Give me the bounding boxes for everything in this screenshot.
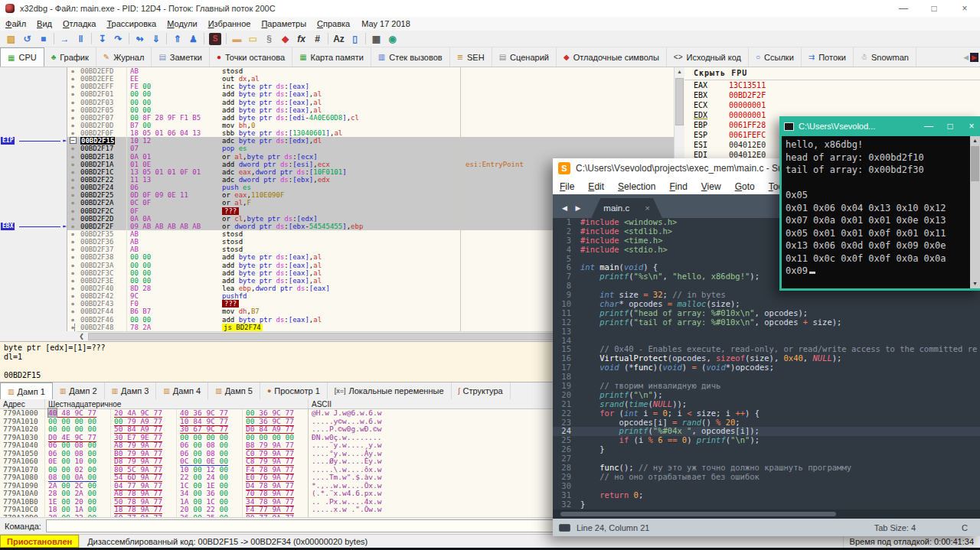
- breakpoint-cell[interactable]: ●: [67, 106, 78, 114]
- tab-graph[interactable]: ♣График: [44, 47, 96, 67]
- toolbar-step-over-icon[interactable]: ↷: [110, 34, 126, 44]
- register-row-ebx[interactable]: EBX00BD2F2F: [684, 90, 980, 100]
- asm-row[interactable]: ●00BD2F0F18 05 01 06 04 13sbb byte ptr d…: [0, 129, 674, 137]
- breakpoint-dot-icon[interactable]: ●: [71, 68, 74, 73]
- breakpoint-dot-icon[interactable]: ●: [71, 192, 74, 197]
- console-close-button[interactable]: ×: [961, 121, 980, 132]
- console-scroll-thumb[interactable]: [971, 146, 979, 181]
- breakpoint-dot-icon[interactable]: ●: [71, 208, 74, 213]
- breakpoint-cell[interactable]: ●: [67, 207, 78, 215]
- tabs-prev-icon[interactable]: ◀: [963, 54, 969, 61]
- asm-row[interactable]: ●00BD2F0300 00add byte ptr ds:[eax],al: [0, 99, 674, 106]
- breakpoint-dot-icon[interactable]: ●: [71, 200, 74, 205]
- breakpoint-dot-icon[interactable]: ●: [71, 254, 74, 259]
- tab-memory-map[interactable]: ▦Карта памяти: [292, 47, 371, 67]
- dump-tab-dump-4[interactable]: ▥Дамп 4: [156, 382, 208, 399]
- breakpoint-cell[interactable]: ●: [67, 223, 78, 230]
- sublime-menu-File[interactable]: File: [553, 181, 581, 192]
- toolbar-pause-icon[interactable]: ‖: [73, 34, 89, 44]
- breakpoint-dot-icon[interactable]: ●: [71, 130, 74, 135]
- breakpoint-cell[interactable]: −: [67, 137, 78, 145]
- menu-item-Параметры[interactable]: Параметры: [256, 18, 312, 29]
- tab-script[interactable]: ▤Сценарий: [492, 47, 557, 67]
- toolbar-patches-icon[interactable]: ▬: [229, 34, 245, 44]
- tab-close-icon[interactable]: ×: [645, 203, 650, 213]
- toolbar-step-into-icon[interactable]: ↧: [94, 34, 110, 44]
- toolbar-preferences-az-icon[interactable]: Az: [331, 34, 347, 44]
- breakpoint-cell[interactable]: ●: [67, 153, 78, 161]
- scroll-up-icon[interactable]: ▲: [675, 67, 684, 76]
- toolbar-attach-icon[interactable]: §: [261, 34, 277, 44]
- menu-item-Избранное[interactable]: Избранное: [203, 18, 256, 29]
- asm-row[interactable]: ●00BD2F0500 00add byte ptr ds:[eax],al: [0, 106, 674, 114]
- code-line[interactable]: 29 // но оно отрабатывает без ошибок: [553, 473, 980, 482]
- breakpoint-cell[interactable]: ●: [67, 230, 78, 238]
- breakpoint-cell[interactable]: ●: [67, 292, 78, 300]
- sublime-menu-Edit[interactable]: Edit: [581, 181, 611, 192]
- breakpoint-cell[interactable]: ●: [67, 75, 78, 83]
- console-scroll-up-icon[interactable]: ▲: [970, 136, 980, 145]
- toolbar-stop-icon[interactable]: ■: [35, 34, 51, 44]
- menu-item-Справка[interactable]: Справка: [312, 18, 355, 29]
- toolbar-favourites-icon[interactable]: ◆: [277, 34, 293, 44]
- breakpoint-dot-icon[interactable]: ●: [71, 216, 74, 221]
- breakpoint-dot-icon[interactable]: ●: [71, 169, 74, 174]
- breakpoint-dot-icon[interactable]: ●: [71, 154, 74, 159]
- dump-tab-dump-5[interactable]: ▥Дамп 5: [208, 382, 260, 399]
- tab-call-stack[interactable]: ▥Стек вызовов: [371, 47, 450, 67]
- breakpoint-cell[interactable]: ●: [67, 122, 78, 129]
- toolbar-restart-icon[interactable]: ↺: [19, 34, 35, 44]
- breakpoint-cell[interactable]: ●: [67, 114, 78, 122]
- toolbar-calculator-fx-icon[interactable]: fx: [293, 34, 309, 44]
- asm-row[interactable]: ●00BD2EFEEEout dx,al: [0, 75, 674, 83]
- breakpoint-dot-icon[interactable]: ●: [71, 76, 74, 81]
- console-scrollbar[interactable]: ▲ ▼: [970, 136, 980, 288]
- console-scroll-down-icon[interactable]: ▼: [970, 279, 980, 288]
- toolbar-calculator-icon[interactable]: ▦: [368, 34, 384, 44]
- tab-seh[interactable]: ≣SEH: [450, 47, 492, 67]
- toolbar-run-to-user-code-icon[interactable]: ♟: [185, 34, 201, 44]
- asm-row[interactable]: ●00BD2F1707pop es: [0, 145, 674, 152]
- toolbar-comments-icon[interactable]: ▭: [245, 34, 261, 44]
- breakpoint-dot-icon[interactable]: ●: [71, 184, 74, 190]
- menu-item-Вид[interactable]: Вид: [31, 18, 57, 29]
- breakpoint-dot-icon[interactable]: ●: [71, 99, 74, 105]
- close-button[interactable]: ×: [949, 3, 980, 14]
- code-line[interactable]: 26 }: [553, 445, 980, 454]
- breakpoint-cell[interactable]: ●: [67, 324, 78, 331]
- breakpoint-cell[interactable]: ●: [67, 215, 78, 223]
- asm-row[interactable]: ●00BD2EFDABstosd: [0, 67, 674, 75]
- breakpoint-dot-icon[interactable]: ●: [71, 270, 74, 275]
- breakpoint-cell[interactable]: ●: [67, 99, 78, 106]
- breakpoint-cell[interactable]: ●: [67, 83, 78, 90]
- tab-log[interactable]: ✎Журнал: [96, 47, 152, 67]
- breakpoint-dot-icon[interactable]: ●: [71, 231, 74, 236]
- code-line[interactable]: 31 return 0;: [553, 491, 980, 500]
- breakpoint-cell[interactable]: ●: [67, 67, 78, 75]
- tab-symbols[interactable]: ◆Отладочные символы: [557, 47, 667, 67]
- toolbar-patch-count-icon[interactable]: #: [309, 34, 325, 44]
- breakpoint-cell[interactable]: ●: [67, 269, 78, 277]
- asm-row[interactable]: ●00BD2EFFFE 00inc byte ptr ds:[eax]: [0, 83, 674, 90]
- asm-row[interactable]: ●00BD2F0700 8F 28 9F F1 B5add byte ptr d…: [0, 114, 674, 122]
- breakpoint-cell[interactable]: ●: [67, 145, 78, 152]
- toolbar-globe-icon[interactable]: ◉: [384, 34, 400, 44]
- tab-notes[interactable]: ▤Заметки: [152, 47, 210, 67]
- breakpoint-dot-icon[interactable]: ●: [71, 278, 74, 283]
- sublime-menu-Find[interactable]: Find: [662, 181, 694, 192]
- dump-tab-dump-1[interactable]: ▥Дамп 1: [0, 382, 53, 399]
- breakpoint-cell[interactable]: ●: [67, 191, 78, 199]
- toolbar-open-file-icon[interactable]: ▨: [3, 34, 19, 44]
- tab-breakpoints[interactable]: ●Точки останова: [210, 47, 292, 67]
- breakpoint-cell[interactable]: ●: [67, 184, 78, 191]
- sublime-menu-Goto[interactable]: Goto: [728, 181, 762, 192]
- breakpoint-dot-icon[interactable]: ●: [71, 122, 74, 128]
- menu-item-Модули[interactable]: Модули: [162, 18, 202, 29]
- breakpoint-cell[interactable]: ●: [67, 308, 78, 315]
- register-row-eax[interactable]: EAX13C13511: [684, 80, 980, 90]
- tab-references[interactable]: ○Ссылки: [749, 47, 802, 67]
- breakpoint-cell[interactable]: ●: [67, 285, 78, 292]
- breakpoint-dot-icon[interactable]: ●: [71, 107, 74, 112]
- menu-item-Файл[interactable]: Файл: [0, 18, 31, 29]
- breakpoint-dot-icon[interactable]: ●: [71, 83, 74, 89]
